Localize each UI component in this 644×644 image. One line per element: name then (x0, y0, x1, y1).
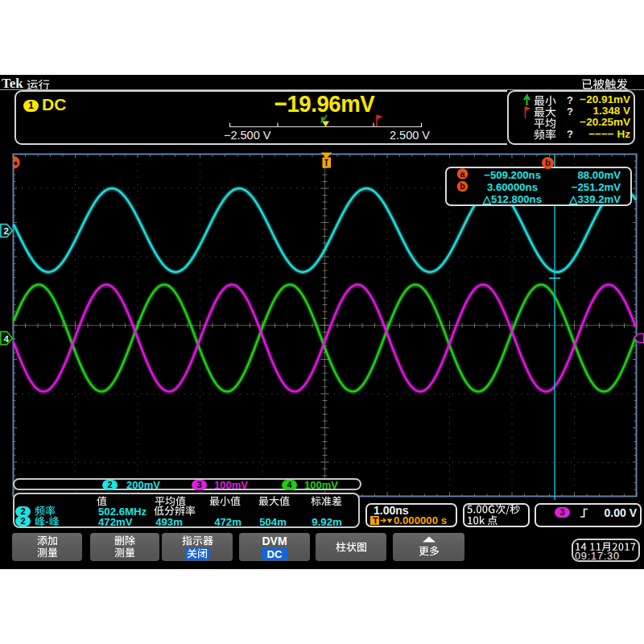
svg-text:b: b (460, 181, 464, 191)
svg-text:2: 2 (4, 226, 9, 236)
svg-text:4: 4 (4, 334, 10, 344)
svg-text:a: a (460, 168, 465, 178)
